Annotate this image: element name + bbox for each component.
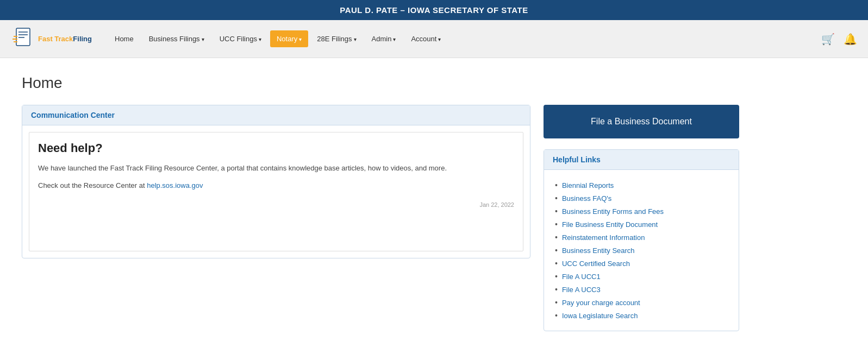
- comm-card-body: Need help? We have launched the Fast Tra…: [22, 132, 530, 251]
- banner-text: PAUL D. PATE – IOWA SECRETARY OF STATE: [340, 5, 528, 15]
- helpful-links-list: Biennial Reports Business FAQ's Business…: [555, 179, 728, 322]
- list-item: UCC Certified Search: [555, 257, 728, 270]
- iowa-legislature-search-link[interactable]: Iowa Legislature Search: [562, 312, 638, 320]
- nav-admin[interactable]: Admin▾: [365, 30, 403, 47]
- logo-icon: [11, 26, 38, 53]
- nav-links: Home Business Filings▾ UCC Filings▾ Nota…: [108, 30, 821, 47]
- business-entity-search-link[interactable]: Business Entity Search: [562, 246, 635, 255]
- navbar: Fast TrackFiling Home Business Filings▾ …: [0, 20, 868, 58]
- file-business-document-button[interactable]: File a Business Document: [544, 105, 739, 138]
- logo: Fast TrackFiling: [11, 26, 92, 53]
- business-entity-forms-fees-link[interactable]: Business Entity Forms and Fees: [562, 207, 664, 216]
- pay-charge-account-link[interactable]: Pay your charge account: [562, 299, 640, 307]
- comm-card-header: Communication Center: [22, 105, 530, 125]
- nav-notary[interactable]: Notary▾: [270, 30, 308, 47]
- helpful-card-body: Biennial Reports Business FAQ's Business…: [544, 170, 739, 331]
- cart-icon[interactable]: 🛒: [821, 33, 835, 46]
- message-date: Jan 22, 2022: [38, 201, 514, 208]
- helpful-card-header: Helpful Links: [544, 150, 739, 170]
- nav-business-filings[interactable]: Business Filings▾: [142, 30, 211, 47]
- help-body-2: Check out the Resource Center at help.so…: [38, 180, 514, 191]
- helpful-links-card: Helpful Links Biennial Reports Business …: [544, 149, 739, 331]
- left-column: Communication Center Need help? We have …: [22, 105, 530, 258]
- main-content: Home Communication Center Need help? We …: [0, 58, 761, 347]
- file-ucc1-link[interactable]: File A UCC1: [562, 273, 601, 281]
- page-title: Home: [22, 74, 739, 92]
- communication-center-card: Communication Center Need help? We have …: [22, 105, 530, 258]
- list-item: Pay your charge account: [555, 296, 728, 309]
- list-item: Reinstatement Information: [555, 231, 728, 244]
- nav-home[interactable]: Home: [108, 30, 140, 47]
- list-item: File A UCC1: [555, 270, 728, 283]
- file-business-entity-document-link[interactable]: File Business Entity Document: [562, 220, 658, 229]
- comm-scroll-area[interactable]: Need help? We have launched the Fast Tra…: [29, 132, 523, 251]
- comm-card-title: Communication Center: [31, 111, 115, 119]
- list-item: Iowa Legislature Search: [555, 309, 728, 322]
- list-item: File A UCC3: [555, 283, 728, 296]
- list-item: Biennial Reports: [555, 179, 728, 192]
- business-faq-link[interactable]: Business FAQ's: [562, 194, 611, 203]
- helpful-card-title: Helpful Links: [553, 155, 601, 164]
- help-body-1: We have launched the Fast Track Filing R…: [38, 163, 514, 174]
- list-item: Business Entity Search: [555, 244, 728, 257]
- two-column-layout: Communication Center Need help? We have …: [22, 105, 739, 331]
- top-banner: PAUL D. PATE – IOWA SECRETARY OF STATE: [0, 0, 868, 20]
- nav-account[interactable]: Account▾: [404, 30, 447, 47]
- reinstatement-information-link[interactable]: Reinstatement Information: [562, 233, 645, 242]
- nav-icons: 🛒 🔔: [821, 33, 857, 46]
- nav-ucc-filings[interactable]: UCC Filings▾: [213, 30, 268, 47]
- ucc-certified-search-link[interactable]: UCC Certified Search: [562, 260, 630, 268]
- list-item: Business FAQ's: [555, 192, 728, 205]
- biennial-reports-link[interactable]: Biennial Reports: [562, 181, 614, 189]
- svg-rect-0: [16, 28, 30, 46]
- notification-icon[interactable]: 🔔: [844, 33, 857, 46]
- logo-text: Fast TrackFiling: [38, 35, 92, 43]
- file-ucc3-link[interactable]: File A UCC3: [562, 286, 601, 294]
- list-item: Business Entity Forms and Fees: [555, 205, 728, 218]
- list-item: File Business Entity Document: [555, 218, 728, 231]
- help-link[interactable]: help.sos.iowa.gov: [147, 181, 203, 189]
- right-column: File a Business Document Helpful Links B…: [544, 105, 739, 331]
- nav-28e-filings[interactable]: 28E Filings▾: [310, 30, 363, 47]
- help-title: Need help?: [38, 141, 514, 155]
